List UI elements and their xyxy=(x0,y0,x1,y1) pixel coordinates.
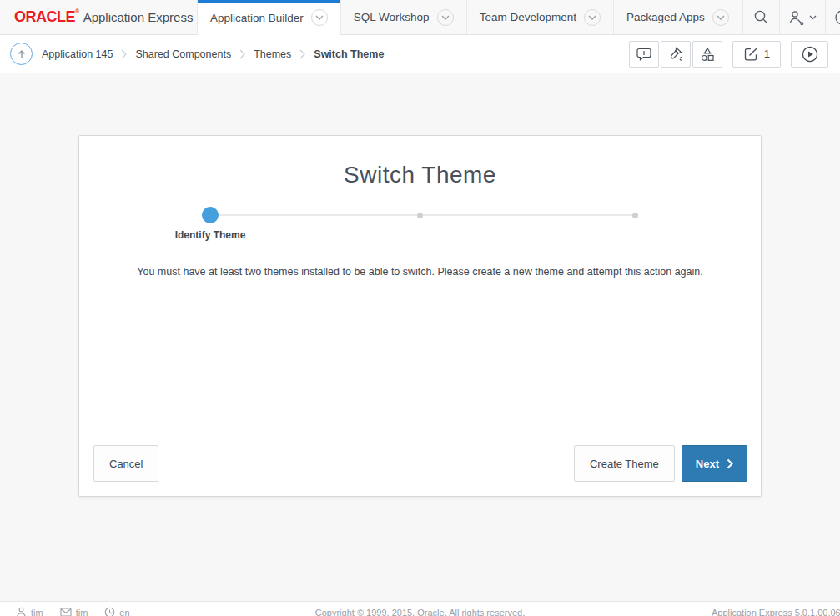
chevron-down-icon[interactable] xyxy=(712,9,729,26)
chevron-down-icon[interactable] xyxy=(311,9,328,26)
trademark-mark: ® xyxy=(75,8,79,14)
help-icon: ? xyxy=(834,9,840,26)
breadcrumb-bar: Application 145 Shared Components Themes… xyxy=(0,35,840,73)
progress-step-3 xyxy=(632,213,638,218)
up-level-button[interactable] xyxy=(10,43,33,65)
oracle-brand-text: ORACLE® xyxy=(14,8,79,26)
tab-application-builder[interactable]: Application Builder xyxy=(197,0,340,35)
progress-step-2 xyxy=(417,213,423,218)
cancel-button[interactable]: Cancel xyxy=(93,445,158,482)
tab-team-development[interactable]: Team Development xyxy=(466,0,613,34)
page-toolbar: 1 xyxy=(629,41,828,68)
help-menu-button[interactable]: ? xyxy=(825,0,840,34)
chevron-down-icon[interactable] xyxy=(584,9,601,26)
chevron-down-icon xyxy=(809,15,817,20)
envelope-icon xyxy=(60,608,72,616)
product-name-text: Application Express xyxy=(83,10,194,24)
footer-copyright: Copyright © 1999, 2015, Oracle. All righ… xyxy=(315,608,525,616)
breadcrumb-shared-components[interactable]: Shared Components xyxy=(135,48,231,60)
breadcrumb-separator-icon xyxy=(121,49,127,59)
footer-version: Application Express 5.0.1.00.06 xyxy=(712,608,840,616)
edit-page-number: 1 xyxy=(764,48,770,60)
tab-label: SQL Workshop xyxy=(354,11,430,23)
user-icon xyxy=(16,607,27,616)
edit-page-button[interactable]: 1 xyxy=(732,41,781,68)
next-button-label: Next xyxy=(696,458,719,470)
page-content: Switch Theme Identify Theme You must hav… xyxy=(0,73,840,601)
shared-components-button[interactable] xyxy=(692,41,722,68)
toolbar-icon-group xyxy=(629,41,722,68)
progress-step-current xyxy=(202,207,219,223)
clock-icon xyxy=(104,607,115,616)
footer-workspace: tim xyxy=(60,608,88,616)
top-icon-group: ? xyxy=(742,0,840,34)
edit-page-icon xyxy=(743,47,758,62)
create-theme-button[interactable]: Create Theme xyxy=(574,445,675,482)
wizard-right-buttons: Create Theme Next xyxy=(574,445,747,482)
footer-language-code: en xyxy=(119,608,129,616)
switch-theme-wizard-card: Switch Theme Identify Theme You must hav… xyxy=(78,135,762,497)
admin-user-wrench-icon xyxy=(788,9,805,26)
tab-sql-workshop[interactable]: SQL Workshop xyxy=(340,0,466,34)
progress-line xyxy=(210,214,636,216)
wizard-button-bar: Cancel Create Theme Next xyxy=(93,445,747,482)
chevron-down-icon[interactable] xyxy=(437,9,454,26)
search-button[interactable] xyxy=(742,0,779,34)
footer-session-info: tim tim en xyxy=(16,607,130,616)
page-footer: tim tim en Copyright © 1999, 2015, Oracl… xyxy=(0,601,840,616)
breadcrumb: Application 145 Shared Components Themes… xyxy=(42,48,384,60)
tab-label: Team Development xyxy=(480,11,576,23)
footer-language: en xyxy=(104,607,129,616)
chevron-right-icon xyxy=(727,458,733,469)
footer-user: tim xyxy=(16,607,43,616)
tab-packaged-apps[interactable]: Packaged Apps xyxy=(613,0,742,34)
breadcrumb-application[interactable]: Application 145 xyxy=(42,48,113,60)
top-navigation-bar: ORACLE® Application Express Application … xyxy=(0,0,840,35)
administration-menu-button[interactable] xyxy=(779,0,825,34)
tab-label: Application Builder xyxy=(210,12,304,24)
breadcrumb-separator-icon xyxy=(299,49,305,59)
next-button[interactable]: Next xyxy=(682,445,747,482)
breadcrumb-themes[interactable]: Themes xyxy=(254,48,291,60)
run-application-button[interactable] xyxy=(791,41,828,68)
footer-user-name: tim xyxy=(31,608,43,616)
tab-label: Packaged Apps xyxy=(626,11,705,23)
breadcrumb-separator-icon xyxy=(239,49,245,59)
spotlight-search-button[interactable] xyxy=(661,41,691,68)
oracle-apex-logo: ORACLE® Application Express xyxy=(0,0,197,34)
search-icon xyxy=(753,9,769,25)
page-title: Switch Theme xyxy=(79,162,761,188)
footer-workspace-name: tim xyxy=(76,608,88,616)
current-step-label: Identify Theme xyxy=(175,229,246,241)
main-tabs: Application Builder SQL Workshop Team De… xyxy=(197,0,742,34)
wizard-progress-train: Identify Theme xyxy=(202,207,638,242)
breadcrumb-current-switch-theme: Switch Theme xyxy=(314,48,384,60)
wizard-message: You must have at least two themes instal… xyxy=(79,266,761,278)
feedback-button[interactable] xyxy=(629,41,659,68)
